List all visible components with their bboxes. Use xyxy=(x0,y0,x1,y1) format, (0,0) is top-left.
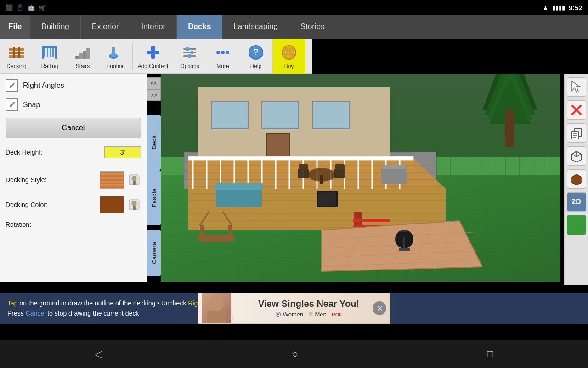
svg-rect-38 xyxy=(133,181,136,185)
select-tool[interactable] xyxy=(567,77,586,97)
svg-rect-128 xyxy=(353,218,390,222)
active-icon xyxy=(570,218,583,231)
svg-rect-145 xyxy=(401,230,407,232)
deck-height-row: Deck Height: xyxy=(6,146,141,158)
right-angles-checkmark: ✓ xyxy=(8,80,16,91)
spacer-1 xyxy=(6,166,141,171)
svg-rect-167 xyxy=(215,183,263,190)
back-button[interactable]: ◁ xyxy=(84,345,113,364)
tab-interior[interactable]: Interior xyxy=(130,15,177,39)
footing-icon xyxy=(106,43,125,62)
deck-tab-label: Deck xyxy=(151,135,158,150)
svg-text:?: ? xyxy=(253,47,259,57)
decking-style-picker[interactable] xyxy=(127,173,141,187)
tap-highlight: Tap xyxy=(7,299,18,307)
fascia-tab-label: Fascia xyxy=(151,189,158,207)
time-display: 9:52 xyxy=(569,4,582,12)
right-angles-row: ✓ Right Angles xyxy=(6,79,141,92)
delete-icon xyxy=(570,104,583,116)
3d-box-tool[interactable] xyxy=(567,146,586,166)
active-tool[interactable] xyxy=(567,215,586,235)
ad-option-women: Women xyxy=(283,311,304,318)
right-sidebar: 2D xyxy=(564,74,588,285)
more-icon xyxy=(213,43,232,62)
deck-side-tab[interactable]: Deck xyxy=(147,115,161,170)
svg-rect-148 xyxy=(198,235,234,242)
tab-landscaping[interactable]: Landscaping xyxy=(222,15,289,39)
toolbar-help[interactable]: ? Help xyxy=(239,39,272,74)
svg-rect-150 xyxy=(228,225,232,236)
toolbar-footing[interactable]: Footing xyxy=(99,39,132,74)
svg-rect-183 xyxy=(571,219,582,230)
rotation-row: Rotation: xyxy=(6,221,141,228)
decking-color-label: Decking Color: xyxy=(6,201,100,208)
add-content-icon xyxy=(143,43,163,62)
copy-tool[interactable] xyxy=(567,123,586,143)
snap-checkbox[interactable]: ✓ xyxy=(6,98,18,111)
toolbar-options[interactable]: Options xyxy=(173,39,206,74)
svg-rect-9 xyxy=(47,48,48,57)
instruction-middle-1: on the ground to draw the outline of the… xyxy=(19,299,188,307)
svg-rect-4 xyxy=(18,47,20,58)
3d-view[interactable] xyxy=(161,74,560,282)
tab-building[interactable]: Building xyxy=(30,15,81,39)
deck-height-input[interactable] xyxy=(104,146,141,158)
cancel-button[interactable]: Cancel xyxy=(6,118,141,138)
recent-button[interactable]: □ xyxy=(476,345,504,364)
right-angles-checkbox[interactable]: ✓ xyxy=(6,79,18,92)
add-content-label: Add Content xyxy=(138,63,169,69)
toolbar-buy[interactable]: Buy xyxy=(272,39,305,74)
3d-box-icon xyxy=(570,150,583,162)
rotation-label: Rotation: xyxy=(6,221,141,228)
scroll-down[interactable]: >> xyxy=(147,89,161,101)
wifi-icon: ▲ xyxy=(543,4,548,11)
svg-point-28 xyxy=(221,51,225,54)
ad-close-icon: ✕ xyxy=(377,304,383,313)
decking-style-swatch[interactable] xyxy=(100,171,124,189)
press-text: Press xyxy=(7,310,26,317)
stairs-label: Stairs xyxy=(76,63,90,69)
svg-rect-0 xyxy=(9,48,24,51)
svg-rect-161 xyxy=(299,164,308,170)
svg-marker-170 xyxy=(572,81,580,92)
home-button[interactable]: ○ xyxy=(281,345,309,364)
toolbar-railing[interactable]: Railing xyxy=(33,39,66,74)
svg-rect-20 xyxy=(147,51,159,54)
tab-exterior[interactable]: Exterior xyxy=(81,15,130,39)
svg-rect-26 xyxy=(188,54,191,58)
ad-radio-dot-1: ⦿ xyxy=(275,311,281,318)
material-tool[interactable] xyxy=(567,169,586,189)
toolbar-stairs[interactable]: Stairs xyxy=(66,39,99,74)
toolbar-more[interactable]: More xyxy=(206,39,239,74)
screen-icon: ⬛ xyxy=(6,4,13,11)
tab-decks[interactable]: Decks xyxy=(177,15,222,39)
decking-color-swatch[interactable] xyxy=(100,196,124,213)
2d-view-tool[interactable]: 2D xyxy=(567,192,586,212)
svg-rect-149 xyxy=(200,225,204,236)
tab-file[interactable]: File xyxy=(0,15,30,39)
phone-icon: 📱 xyxy=(17,4,24,11)
decking-color-picker[interactable] xyxy=(127,198,141,212)
svg-rect-92 xyxy=(312,101,349,129)
svg-line-181 xyxy=(577,154,581,157)
ad-info-icon: ⓘ xyxy=(228,315,233,322)
more-label: More xyxy=(216,63,229,69)
svg-rect-160 xyxy=(298,169,309,178)
snap-label: Snap xyxy=(23,101,40,109)
svg-rect-13 xyxy=(79,53,83,59)
camera-side-tab[interactable]: Camera xyxy=(147,230,161,276)
delete-tool[interactable] xyxy=(567,100,586,120)
toolbar-decking[interactable]: Decking xyxy=(0,39,33,74)
fascia-side-tab[interactable]: Fascia xyxy=(147,170,161,225)
ad-title: View Singles Near You! xyxy=(233,299,384,309)
cancel-highlight: Cancel xyxy=(26,310,46,317)
toolbar-add-content[interactable]: Add Content xyxy=(133,39,173,74)
stairs-icon xyxy=(73,43,92,62)
scroll-up[interactable]: << xyxy=(147,77,161,89)
decking-label: Decking xyxy=(6,63,26,69)
tab-stories[interactable]: Stories xyxy=(289,15,336,39)
ad-close-button[interactable]: ✕ xyxy=(373,301,386,315)
svg-rect-90 xyxy=(211,101,248,129)
snap-row: ✓ Snap xyxy=(6,98,141,111)
android-nav: ◁ ○ □ xyxy=(0,340,588,368)
